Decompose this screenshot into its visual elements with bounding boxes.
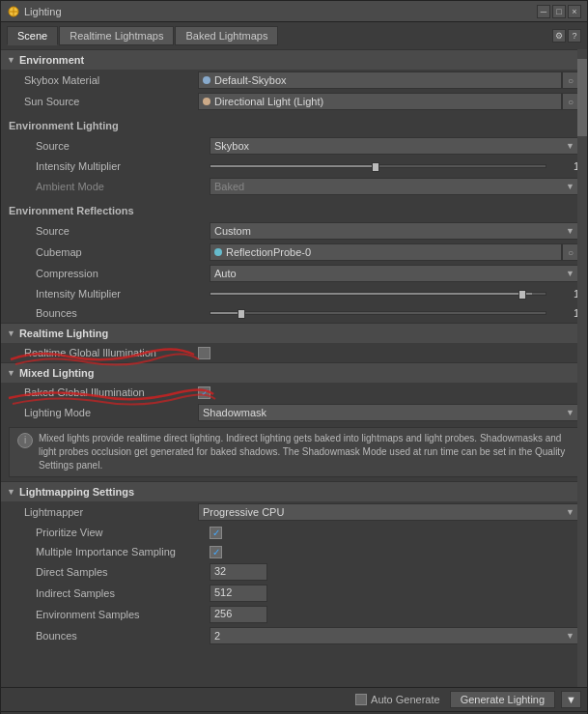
prioritize-checkbox[interactable]: ✓ xyxy=(210,527,222,539)
env-intensity-slider-row: 1 xyxy=(210,160,579,172)
direct-samples-value: 32 xyxy=(210,563,579,581)
lightmap-arrow-icon: ▼ xyxy=(7,487,15,497)
refl-source-dropdown[interactable]: Custom ▼ xyxy=(210,222,579,240)
settings-icon[interactable]: ⚙ xyxy=(552,29,566,43)
lighting-mode-dropdown[interactable]: Shadowmask ▼ xyxy=(198,404,579,421)
compression-dropdown[interactable]: Auto ▼ xyxy=(210,265,579,282)
lightmapper-dropdown[interactable]: Progressive CPU ▼ xyxy=(198,503,579,521)
window-controls: ─ □ × xyxy=(537,5,581,18)
auto-generate-checkbox[interactable] xyxy=(355,694,367,705)
sun-source-row: Sun Source Directional Light (Light) ○ xyxy=(1,91,587,112)
tab-realtime-lightmaps[interactable]: Realtime Lightmaps xyxy=(59,26,174,45)
env-lighting-label: Environment Lighting xyxy=(9,120,579,131)
refl-source-value: Custom ▼ xyxy=(210,222,579,240)
cubemap-dot xyxy=(214,248,222,256)
realtime-gi-label: Realtime Global Illumination xyxy=(24,347,198,358)
baked-gi-label: Baked Global Illumination xyxy=(24,386,198,398)
lighting-window: Lighting ─ □ × Scene Realtime Lightmaps … xyxy=(0,0,588,714)
env-source-row: Source Skybox ▼ xyxy=(1,135,587,157)
lightmapper-row: Lightmapper Progressive CPU ▼ xyxy=(1,501,587,523)
realtime-arrow-icon: ▼ xyxy=(7,328,15,338)
sun-source-value: Directional Light (Light) ○ xyxy=(198,93,579,110)
direct-samples-field[interactable]: 32 xyxy=(210,563,267,581)
ambient-dropdown[interactable]: Baked ▼ xyxy=(210,178,579,195)
skybox-dot xyxy=(203,76,210,84)
skybox-material-field[interactable]: Default-Skybox xyxy=(198,71,562,89)
sun-source-field[interactable]: Directional Light (Light) xyxy=(198,93,562,110)
refl-bounces-slider[interactable] xyxy=(210,311,546,315)
generate-lighting-button[interactable]: Generate Lighting xyxy=(450,691,555,708)
compression-label: Compression xyxy=(36,268,210,279)
env-intensity-slider[interactable] xyxy=(210,164,546,168)
close-button[interactable]: × xyxy=(568,5,581,18)
help-icon[interactable]: ? xyxy=(568,29,581,43)
ambient-mode-row: Ambient Mode Baked ▼ xyxy=(1,176,587,197)
compression-arrow-icon: ▼ xyxy=(566,269,574,278)
cubemap-label: Cubemap xyxy=(36,246,210,258)
env-intensity-value: 1 xyxy=(210,160,579,172)
env-source-dropdown[interactable]: Skybox ▼ xyxy=(210,137,579,155)
indirect-samples-value: 512 xyxy=(210,585,579,602)
tab-icons: ⚙ ? xyxy=(552,29,581,43)
mis-row: Multiple Importance Sampling ✓ xyxy=(1,542,587,561)
skybox-material-label: Skybox Material xyxy=(24,74,198,86)
env-samples-field[interactable]: 256 xyxy=(210,606,267,623)
cubemap-field[interactable]: ReflectionProbe-0 xyxy=(210,243,562,261)
baked-gi-checkbox[interactable]: ✓ xyxy=(198,386,210,399)
cubemap-value: ReflectionProbe-0 ○ xyxy=(210,243,579,261)
generate-dropdown-button[interactable]: ▼ xyxy=(561,691,581,708)
env-refl-label: Environment Reflections xyxy=(9,205,579,216)
lightmap-bounces-label: Bounces xyxy=(36,630,210,642)
direct-samples-row: Direct Samples 32 xyxy=(1,561,587,583)
environment-label: Environment xyxy=(19,54,84,66)
indirect-samples-label: Indirect Samples xyxy=(36,587,210,599)
refl-intensity-value: 1 xyxy=(210,288,579,300)
compression-row: Compression Auto ▼ xyxy=(1,263,587,284)
refl-source-row: Source Custom ▼ xyxy=(1,220,587,242)
refl-intensity-slider[interactable] xyxy=(210,292,546,296)
mixed-info-text: Mixed lights provide realtime direct lig… xyxy=(39,432,571,472)
skybox-material-row: Skybox Material Default-Skybox ○ xyxy=(1,70,587,91)
tab-scene[interactable]: Scene xyxy=(7,26,58,45)
environment-section-header[interactable]: ▼ Environment xyxy=(1,49,587,70)
indirect-samples-field[interactable]: 512 xyxy=(210,585,267,602)
refl-bounces-val: 1 xyxy=(550,307,579,319)
realtime-gi-checkbox[interactable] xyxy=(198,347,210,359)
env-lighting-header-row: Environment Lighting xyxy=(1,116,587,135)
mixed-info-box: i Mixed lights provide realtime direct l… xyxy=(9,427,579,477)
lightmap-bounces-dropdown[interactable]: 2 ▼ xyxy=(210,627,579,644)
maximize-button[interactable]: □ xyxy=(552,5,566,18)
scrollbar-thumb[interactable] xyxy=(577,59,587,136)
lighting-mode-arrow-icon: ▼ xyxy=(566,408,574,417)
scrollbar[interactable] xyxy=(577,49,587,687)
env-source-value: Skybox ▼ xyxy=(210,137,579,155)
title-bar: Lighting ─ □ × xyxy=(1,1,587,22)
tab-baked-lightmaps[interactable]: Baked Lightmaps xyxy=(175,26,278,45)
lighting-mode-value: Shadowmask ▼ xyxy=(198,404,579,421)
realtime-section-header[interactable]: ▼ Realtime Lighting xyxy=(1,323,587,343)
refl-bounces-slider-row: 1 xyxy=(210,307,579,319)
ambient-label: Ambient Mode xyxy=(36,181,210,192)
refl-source-arrow-icon: ▼ xyxy=(566,226,574,236)
info-icon: i xyxy=(17,433,33,448)
lightmapper-arrow-icon: ▼ xyxy=(566,507,574,517)
lightmapping-label: Lightmapping Settings xyxy=(19,486,134,498)
refl-bounces-label: Bounces xyxy=(36,307,210,319)
lightmapping-section-header[interactable]: ▼ Lightmapping Settings xyxy=(1,481,587,501)
lightmapper-value: Progressive CPU ▼ xyxy=(198,503,579,521)
sun-dot xyxy=(203,98,210,105)
bottom-bar: Auto Generate Generate Lighting ▼ xyxy=(1,687,587,711)
env-samples-label: Environment Samples xyxy=(36,609,210,620)
window-title: Lighting xyxy=(24,6,62,17)
refl-intensity-val: 1 xyxy=(550,288,579,300)
env-samples-value: 256 xyxy=(210,606,579,623)
refl-intensity-row: Intensity Multiplier 1 xyxy=(1,284,587,303)
mis-checkbox[interactable]: ✓ xyxy=(210,546,222,558)
env-intensity-label: Intensity Multiplier xyxy=(36,160,210,172)
minimize-button[interactable]: ─ xyxy=(537,5,550,18)
baked-gi-row: Baked Global Illumination ✓ xyxy=(1,383,587,402)
mixed-section-header[interactable]: ▼ Mixed Lighting xyxy=(1,362,587,383)
realtime-gi-row: Realtime Global Illumination xyxy=(1,343,587,362)
env-intensity-val: 1 xyxy=(550,160,579,172)
env-arrow-icon: ▼ xyxy=(7,55,15,65)
